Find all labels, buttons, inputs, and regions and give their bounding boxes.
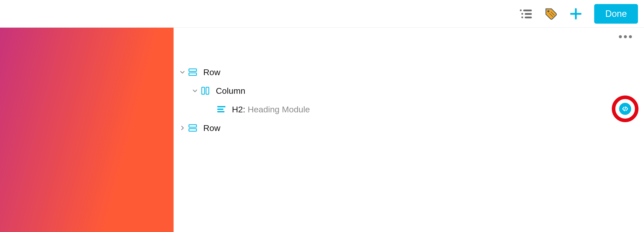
svg-rect-15 <box>217 106 225 107</box>
svg-rect-5 <box>525 17 532 18</box>
svg-line-20 <box>625 107 626 111</box>
tree-item-row[interactable]: Row <box>174 63 644 81</box>
outline-panel: Row Column <box>174 28 644 232</box>
svg-rect-17 <box>217 111 224 112</box>
more-options-icon[interactable] <box>619 35 632 38</box>
top-toolbar: Done <box>0 0 644 28</box>
text-module-icon <box>217 106 226 113</box>
row-icon <box>188 68 197 77</box>
code-icon[interactable] <box>619 103 631 115</box>
outline-list-icon[interactable] <box>519 8 532 19</box>
svg-rect-11 <box>189 69 196 71</box>
tree-item-label: Row <box>203 123 220 133</box>
tree-item-prefix: H2 <box>232 105 243 114</box>
add-icon[interactable] <box>570 8 582 20</box>
svg-point-0 <box>520 9 521 11</box>
preview-pane <box>0 28 174 232</box>
svg-rect-16 <box>217 109 223 110</box>
tree-item-row[interactable]: Row <box>174 119 644 137</box>
main-area: Row Column <box>0 28 644 232</box>
layout-tree: Row Column <box>174 63 644 137</box>
tree-item-label: H2: Heading Module <box>232 105 310 114</box>
svg-point-4 <box>521 16 523 18</box>
svg-rect-1 <box>523 10 532 11</box>
svg-rect-18 <box>189 125 196 127</box>
done-button[interactable]: Done <box>594 4 638 24</box>
tree-item-label: Column <box>216 86 245 96</box>
svg-rect-19 <box>189 129 196 131</box>
tree-item-secondary: Heading Module <box>248 105 310 114</box>
chevron-down-icon[interactable] <box>191 88 199 94</box>
row-icon <box>188 123 197 132</box>
svg-rect-13 <box>202 87 205 94</box>
tree-item-heading-module[interactable]: H2: Heading Module <box>174 100 644 119</box>
chevron-right-icon[interactable] <box>179 125 186 131</box>
tree-item-column[interactable]: Column <box>174 81 644 100</box>
tag-icon[interactable] <box>544 7 557 20</box>
svg-point-2 <box>521 13 523 15</box>
chevron-down-icon[interactable] <box>179 69 186 75</box>
svg-rect-3 <box>525 13 532 15</box>
tree-item-label: Row <box>203 67 220 77</box>
svg-rect-12 <box>189 73 196 75</box>
code-settings-highlight[interactable] <box>612 96 638 122</box>
svg-point-6 <box>547 10 549 12</box>
column-icon <box>201 86 210 95</box>
svg-rect-14 <box>206 87 209 94</box>
